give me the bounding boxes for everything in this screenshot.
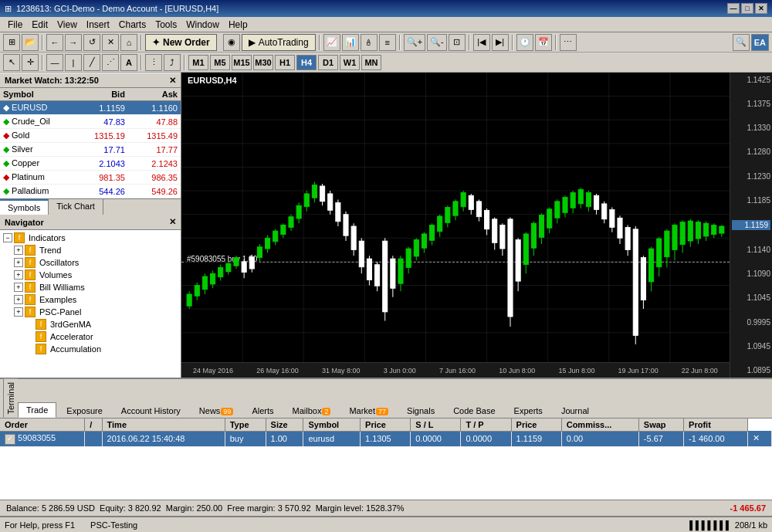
nav-tree-item[interactable]: +fBill Williams	[0, 281, 181, 293]
toolbar-chart1[interactable]: 📈	[323, 34, 340, 51]
toolbar-circle[interactable]: ◉	[223, 34, 240, 51]
toolbar-vline[interactable]: |	[65, 54, 82, 71]
mw-tab-tick[interactable]: Tick Chart	[49, 199, 103, 215]
market-watch-row[interactable]: ◆ Copper 2.1043 2.1243	[0, 157, 181, 171]
menu-view[interactable]: View	[52, 18, 82, 32]
expand-icon[interactable]: +	[14, 270, 23, 280]
tf-mn[interactable]: MN	[361, 55, 381, 70]
mw-ask: 1.1160	[128, 101, 181, 115]
toolbar-home[interactable]: ⌂	[120, 34, 137, 51]
toolbar-fib[interactable]: ⋮	[145, 54, 162, 71]
window-controls[interactable]: — □ ✕	[727, 3, 767, 14]
tab-exposure[interactable]: Exposure	[58, 403, 110, 418]
market-watch-row[interactable]: ◆ EURUSD 1.1159 1.1160	[0, 101, 181, 115]
market-watch-row[interactable]: ◆ Silver 17.71 17.77	[0, 143, 181, 157]
expand-icon[interactable]: +	[14, 283, 23, 292]
autotrading-button[interactable]: ▶ AutoTrading	[242, 34, 316, 51]
tf-d1[interactable]: D1	[318, 55, 338, 70]
toolbar-zoom-in[interactable]: 🔍+	[404, 34, 425, 51]
menu-edit[interactable]: Edit	[27, 18, 52, 32]
nav-tree-item[interactable]: +fVolumes	[0, 269, 181, 281]
toolbar-clock[interactable]: 🕐	[516, 34, 533, 51]
toolbar-new[interactable]: ⊞	[3, 34, 20, 51]
menu-tools[interactable]: Tools	[151, 18, 181, 32]
tf-m1[interactable]: M1	[188, 55, 208, 70]
toolbar-text[interactable]: A	[120, 54, 137, 71]
toolbar-next[interactable]: ▶|	[492, 34, 509, 51]
toolbar-chart4[interactable]: ≡	[379, 34, 396, 51]
expand-icon[interactable]: +	[14, 307, 23, 317]
tab-signals[interactable]: Signals	[398, 403, 443, 418]
toolbar-cursor[interactable]: ↖	[3, 54, 20, 71]
td-close[interactable]: ✕	[748, 431, 772, 446]
minimize-button[interactable]: —	[727, 3, 740, 14]
toolbar-expert[interactable]: EA	[751, 34, 769, 51]
toolbar-fit[interactable]: ⊡	[449, 34, 466, 51]
tf-m30[interactable]: M30	[253, 55, 273, 70]
toolbar-chart3[interactable]: 🕯	[361, 34, 378, 51]
market-watch-row[interactable]: ◆ Gold 1315.19 1315.49	[0, 129, 181, 143]
tf-h4[interactable]: H4	[296, 55, 317, 70]
menu-insert[interactable]: Insert	[82, 18, 114, 32]
nav-tree-item[interactable]: +fExamples	[0, 293, 181, 306]
toolbar-back[interactable]: ←	[46, 34, 63, 51]
toolbar-reload[interactable]: ↺	[83, 34, 100, 51]
tab-mailbox[interactable]: Mailbox2	[284, 403, 340, 418]
market-watch-close[interactable]: ✕	[169, 76, 176, 86]
tab-market[interactable]: Market77	[340, 403, 397, 418]
toolbar-search[interactable]: 🔍	[733, 34, 750, 51]
toolbar-forward[interactable]: →	[65, 34, 82, 51]
tab-journal[interactable]: Journal	[553, 403, 598, 418]
maximize-button[interactable]: □	[741, 3, 753, 14]
expand-icon[interactable]: +	[14, 246, 23, 255]
nav-tree-item[interactable]: +fPSC-Panel	[0, 306, 181, 318]
tf-m15[interactable]: M15	[232, 55, 252, 70]
expand-icon[interactable]: −	[3, 233, 12, 242]
mw-bid: 1.1159	[76, 101, 128, 115]
toolbar-hline[interactable]: —	[46, 54, 63, 71]
expand-icon[interactable]: +	[14, 295, 23, 304]
table-row[interactable]: ✓ 59083055 2016.06.22 15:40:48 buy 1.00 …	[0, 431, 772, 446]
toolbar-open[interactable]: 📂	[22, 34, 39, 51]
tf-m5[interactable]: M5	[210, 55, 230, 70]
tab-codebase[interactable]: Code Base	[445, 403, 503, 418]
market-badge: 77	[376, 408, 388, 415]
tab-account-history[interactable]: Account History	[113, 403, 189, 418]
menu-file[interactable]: File	[3, 18, 27, 32]
toolbar-calendar[interactable]: 📅	[535, 34, 552, 51]
time-6: 15 Jun 8:00	[558, 367, 594, 374]
tab-trade[interactable]: Trade	[18, 402, 56, 418]
market-watch-row[interactable]: ◆ Crude_Oil 47.83 47.88	[0, 115, 181, 129]
nav-tree-item[interactable]: −fIndicators	[0, 232, 181, 244]
toolbar-more[interactable]: ⋯	[560, 34, 577, 51]
tab-alerts[interactable]: Alerts	[243, 403, 282, 418]
toolbar-prev[interactable]: |◀	[473, 34, 490, 51]
navigator-close[interactable]: ✕	[169, 217, 176, 227]
close-button[interactable]: ✕	[755, 3, 767, 14]
toolbar-trendline[interactable]: ╱	[83, 54, 100, 71]
toolbar-arrow[interactable]: ⤴	[164, 54, 181, 71]
nav-tree-item[interactable]: +fTrend	[0, 244, 181, 256]
market-watch-row[interactable]: ◆ Platinum 981.35 986.35	[0, 171, 181, 185]
toolbar-zoom-out[interactable]: 🔍-	[427, 34, 447, 51]
mw-tab-symbols[interactable]: Symbols	[0, 199, 49, 215]
menu-help[interactable]: Help	[224, 18, 252, 32]
tab-news[interactable]: News99	[191, 403, 242, 418]
tab-experts[interactable]: Experts	[506, 403, 551, 418]
toolbar-channel[interactable]: ⋰	[102, 54, 119, 71]
nav-tree-item[interactable]: fAccumulation	[0, 343, 181, 355]
toolbar-crosshair[interactable]: ✛	[22, 54, 39, 71]
expand-icon[interactable]: +	[14, 258, 23, 267]
nav-tree-item[interactable]: fAccelerator	[0, 330, 181, 343]
tf-w1[interactable]: W1	[340, 55, 360, 70]
tf-h1[interactable]: H1	[275, 55, 295, 70]
terminal-label[interactable]: Terminal	[3, 379, 18, 418]
new-order-button[interactable]: ✦ New Order	[145, 34, 217, 51]
menu-charts[interactable]: Charts	[114, 18, 151, 32]
nav-tree-item[interactable]: f3rdGenMA	[0, 318, 181, 330]
nav-tree-item[interactable]: +fOscillators	[0, 256, 181, 269]
toolbar-chart2[interactable]: 📊	[342, 34, 359, 51]
market-watch-row[interactable]: ◆ Palladium 544.26 549.26	[0, 185, 181, 198]
toolbar-stop[interactable]: ✕	[102, 34, 119, 51]
menu-window[interactable]: Window	[181, 18, 224, 32]
